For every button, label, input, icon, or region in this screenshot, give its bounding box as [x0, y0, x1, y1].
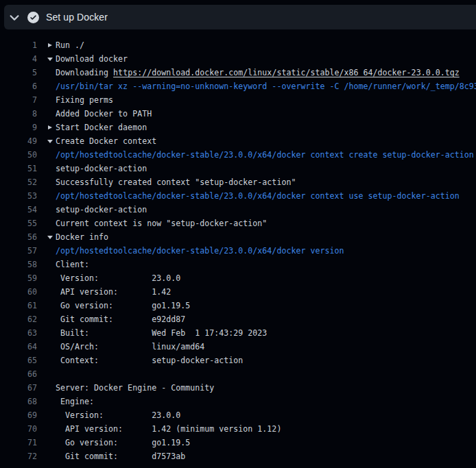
line-number: 56	[0, 230, 37, 244]
line-number: 60	[0, 285, 37, 299]
line-number: 53	[0, 189, 37, 203]
log-row: 9Start Docker daemon	[0, 121, 476, 134]
log-command-text: /opt/hostedtoolcache/docker-stable/23.0.…	[56, 189, 460, 203]
group-collapsed-icon[interactable]	[48, 125, 52, 130]
actions-log-viewer: Set up Docker 1Run ./4Download docker5Do…	[0, 0, 476, 468]
log-command-text: /opt/hostedtoolcache/docker-stable/23.0.…	[56, 244, 344, 258]
line-number: 58	[0, 258, 37, 271]
log-lines: 1Run ./4Download docker5Downloading http…	[0, 38, 476, 463]
log-row: 8Added Docker to PATH	[0, 107, 476, 121]
line-number: 4	[0, 52, 37, 66]
log-row: 55Current context is now "setup-docker-a…	[0, 217, 476, 230]
log-text: Version: 23.0.0	[56, 408, 180, 422]
log-text: Context: setup-docker-action	[56, 354, 243, 367]
log-row: 68 Engine:	[0, 395, 476, 408]
line-number: 49	[0, 134, 37, 148]
log-row: 60 API version: 1.42	[0, 285, 476, 299]
line-number: 65	[0, 354, 37, 367]
line-number: 54	[0, 203, 37, 217]
line-number: 6	[0, 79, 37, 93]
group-collapsed-icon[interactable]	[48, 43, 52, 47]
log-row: 1Run ./	[0, 38, 476, 52]
line-number: 64	[0, 340, 37, 354]
log-row: 70 API version: 1.42 (minimum version 1.…	[0, 422, 476, 436]
log-row: 51setup-docker-action	[0, 162, 476, 175]
line-number: 57	[0, 244, 37, 258]
log-link[interactable]: https://download.docker.com/linux/static…	[113, 68, 460, 77]
line-number: 52	[0, 175, 37, 189]
log-text: Git commit: d7573ab	[56, 449, 185, 463]
log-text: Go version: go1.19.5	[56, 436, 190, 449]
log-text: Start Docker daemon	[56, 121, 147, 134]
group-expanded-icon[interactable]	[47, 236, 53, 239]
step-title: Set up Docker	[46, 5, 108, 29]
line-number: 51	[0, 162, 37, 175]
log-row: 64 OS/Arch: linux/amd64	[0, 340, 476, 354]
line-number: 50	[0, 148, 37, 162]
log-text: Downloading https://download.docker.com/…	[56, 66, 460, 79]
line-number: 55	[0, 217, 37, 230]
line-number: 63	[0, 326, 37, 340]
log-command-text: /usr/bin/tar xz --warning=no-unknown-key…	[56, 79, 476, 93]
log-row: 63 Built: Wed Feb 1 17:43:29 2023	[0, 326, 476, 340]
log-text: OS/Arch: linux/amd64	[56, 340, 204, 354]
log-row: 62 Git commit: e92dd87	[0, 312, 476, 326]
log-text: setup-docker-action	[56, 162, 147, 175]
log-text-segment: Downloading	[56, 68, 113, 77]
log-row: 7Fixing perms	[0, 93, 476, 107]
log-text: setup-docker-action	[56, 203, 147, 217]
log-text: Git commit: e92dd87	[56, 312, 185, 326]
log-row: 71 Go version: go1.19.5	[0, 436, 476, 449]
group-expanded-icon[interactable]	[47, 58, 53, 61]
line-number: 70	[0, 422, 37, 436]
log-text: Docker info	[56, 230, 108, 244]
log-row: 54setup-docker-action	[0, 203, 476, 217]
line-number: 68	[0, 395, 37, 408]
log-command-text: /opt/hostedtoolcache/docker-stable/23.0.…	[56, 148, 476, 162]
log-row: 49Create Docker context	[0, 134, 476, 148]
line-number: 59	[0, 271, 37, 285]
log-row: 52Successfully created context "setup-do…	[0, 175, 476, 189]
line-number: 9	[0, 121, 37, 134]
log-row: 50/opt/hostedtoolcache/docker-stable/23.…	[0, 148, 476, 162]
log-row: 69 Version: 23.0.0	[0, 408, 476, 422]
log-text: Server: Docker Engine - Community	[56, 381, 214, 395]
log-text: Client:	[56, 258, 89, 271]
log-row: 53/opt/hostedtoolcache/docker-stable/23.…	[0, 189, 476, 203]
log-row: 6/usr/bin/tar xz --warning=no-unknown-ke…	[0, 79, 476, 93]
log-text: Successfully created context "setup-dock…	[56, 175, 296, 189]
log-text: Run ./	[56, 38, 84, 52]
line-number: 67	[0, 381, 37, 395]
log-row: 65 Context: setup-docker-action	[0, 354, 476, 367]
log-text: Version: 23.0.0	[56, 271, 180, 285]
log-row: 61 Go version: go1.19.5	[0, 299, 476, 312]
line-number: 66	[0, 367, 37, 381]
line-number: 71	[0, 436, 37, 449]
group-expanded-icon[interactable]	[47, 140, 53, 143]
line-number: 62	[0, 312, 37, 326]
log-row: 58Client:	[0, 258, 476, 271]
log-text: Download docker	[56, 52, 128, 66]
log-text: API version: 1.42 (minimum version 1.12)	[56, 422, 281, 436]
log-row: 59 Version: 23.0.0	[0, 271, 476, 285]
line-number: 69	[0, 408, 37, 422]
log-text: Fixing perms	[56, 93, 113, 107]
line-number: 1	[0, 38, 37, 52]
log-text: Built: Wed Feb 1 17:43:29 2023	[56, 326, 267, 340]
log-row: 5Downloading https://download.docker.com…	[0, 66, 476, 79]
chevron-down-icon[interactable]	[9, 14, 20, 23]
line-number: 8	[0, 107, 37, 121]
log-row: 4Download docker	[0, 52, 476, 66]
log-row: 66	[0, 367, 476, 381]
log-row: 57/opt/hostedtoolcache/docker-stable/23.…	[0, 244, 476, 258]
line-number: 61	[0, 299, 37, 312]
log-row: 72 Git commit: d7573ab	[0, 449, 476, 463]
line-number: 5	[0, 66, 37, 79]
step-header[interactable]: Set up Docker	[4, 5, 476, 29]
log-row: 67Server: Docker Engine - Community	[0, 381, 476, 395]
log-row: 56Docker info	[0, 230, 476, 244]
log-text: Engine:	[56, 395, 94, 408]
check-circle-icon	[27, 12, 39, 23]
line-number: 72	[0, 449, 37, 463]
log-text: API version: 1.42	[56, 285, 171, 299]
